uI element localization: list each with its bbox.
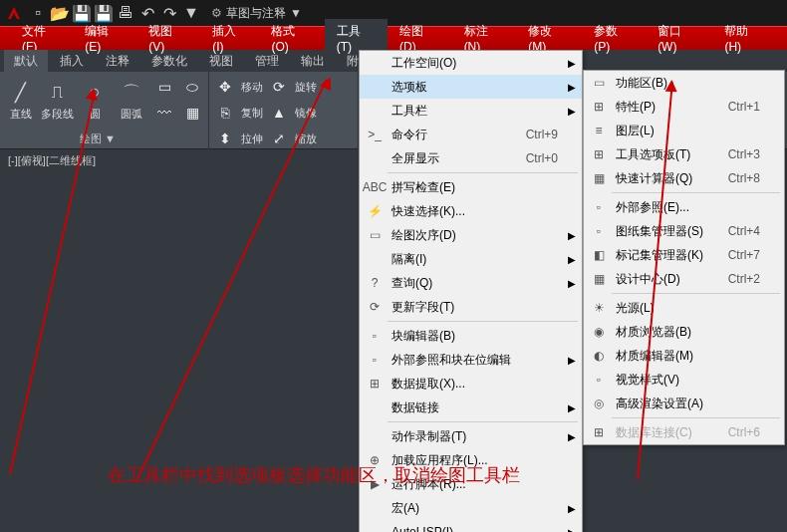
submenu-arrow-icon: ▶ bbox=[568, 106, 576, 117]
stretch-icon[interactable]: ⬍ bbox=[213, 127, 237, 150]
menu-item-shortcut: Ctrl+3 bbox=[728, 147, 760, 161]
menu-param[interactable]: 参数(P) bbox=[582, 19, 646, 58]
rect-icon[interactable]: ▭ bbox=[152, 75, 176, 99]
menu-item[interactable]: 隔离(I)▶ bbox=[360, 247, 582, 271]
menu-item[interactable]: ?查询(Q)▶ bbox=[360, 271, 582, 295]
menu-item-icon bbox=[364, 498, 386, 518]
menu-item-label: 设计中心(D) bbox=[616, 271, 708, 288]
menu-item-shortcut: Ctrl+2 bbox=[728, 272, 760, 286]
menu-item-icon: ⊞ bbox=[364, 374, 386, 394]
menu-item-icon bbox=[364, 398, 386, 417]
tab-output[interactable]: 输出 bbox=[291, 50, 335, 73]
menu-item-icon: ▭ bbox=[364, 225, 386, 245]
copy-icon[interactable]: ⎘ bbox=[213, 101, 237, 125]
line-icon: ╱ bbox=[15, 79, 26, 107]
menu-item-label: 材质浏览器(B) bbox=[616, 324, 760, 341]
menu-item[interactable]: 选项板▶ bbox=[360, 75, 582, 99]
menu-item[interactable]: ▫外部参照(E)... bbox=[584, 195, 784, 219]
submenu-arrow-icon: ▶ bbox=[568, 82, 576, 93]
menu-separator bbox=[388, 172, 578, 173]
menu-item[interactable]: ▦快速计算器(Q)Ctrl+8 bbox=[584, 166, 784, 190]
menu-item[interactable]: >_命令行Ctrl+9 bbox=[360, 123, 582, 146]
menu-item-shortcut: Ctrl+9 bbox=[526, 128, 558, 141]
tools-menu: 工作空间(O)▶选项板▶工具栏▶>_命令行Ctrl+9全屏显示Ctrl+0ABC… bbox=[359, 50, 583, 532]
menu-window[interactable]: 窗口(W) bbox=[646, 19, 712, 58]
menu-item-label: AutoLISP(I) bbox=[392, 525, 558, 532]
menu-item[interactable]: 工具栏▶ bbox=[360, 99, 582, 123]
menu-item-label: 快速选择(K)... bbox=[392, 203, 558, 220]
menu-item[interactable]: ⊞工具选项板(T)Ctrl+3 bbox=[584, 142, 784, 166]
scale-icon[interactable]: ⤢ bbox=[267, 127, 291, 150]
menu-item[interactable]: 全屏显示Ctrl+0 bbox=[360, 146, 582, 170]
hatch-icon[interactable]: ▦ bbox=[180, 101, 204, 125]
menu-separator bbox=[612, 293, 780, 294]
menu-item[interactable]: ▭功能区(B) bbox=[584, 71, 784, 95]
menu-item[interactable]: ⚡快速选择(K)... bbox=[360, 199, 582, 223]
move-icon[interactable]: ✥ bbox=[213, 75, 237, 99]
menu-separator bbox=[388, 321, 578, 322]
menu-item-label: 更新字段(T) bbox=[392, 299, 558, 316]
menu-help[interactable]: 帮助(H) bbox=[712, 19, 777, 58]
chevron-down-icon: ▼ bbox=[290, 6, 302, 20]
tab-view[interactable]: 视图 bbox=[199, 50, 243, 73]
menu-item[interactable]: ▫图纸集管理器(S)Ctrl+4 bbox=[584, 219, 784, 243]
menu-item-icon: ABC bbox=[364, 177, 386, 197]
mirror-icon[interactable]: ▲ bbox=[267, 101, 291, 125]
annotation-arrowhead bbox=[86, 87, 100, 101]
polyline-button[interactable]: ⎍多段线 bbox=[41, 74, 74, 126]
ellipse-icon[interactable]: ⬭ bbox=[180, 75, 204, 99]
menu-item-icon: ▫ bbox=[588, 197, 610, 217]
palettes-submenu: ▭功能区(B)⊞特性(P)Ctrl+1≡图层(L)⊞工具选项板(T)Ctrl+3… bbox=[583, 70, 785, 445]
menu-item[interactable]: ☀光源(L) bbox=[584, 296, 784, 320]
tab-parametric[interactable]: 参数化 bbox=[141, 50, 197, 73]
line-button[interactable]: ╱直线 bbox=[4, 74, 37, 126]
menu-item-icon: ▦ bbox=[588, 269, 610, 289]
menu-item[interactable]: ⊞特性(P)Ctrl+1 bbox=[584, 95, 784, 119]
menu-item[interactable]: ABC拼写检查(E) bbox=[360, 175, 582, 199]
menu-item-label: 隔离(I) bbox=[392, 251, 558, 268]
rotate-icon[interactable]: ⟳ bbox=[267, 75, 291, 99]
menu-item[interactable]: ◎高级渲染设置(A) bbox=[584, 392, 784, 415]
menu-item-icon: ⊞ bbox=[588, 97, 610, 117]
menu-item[interactable]: ▫外部参照和块在位编辑▶ bbox=[360, 348, 582, 372]
menu-item-label: 工具栏 bbox=[392, 103, 558, 120]
tab-manage[interactable]: 管理 bbox=[245, 50, 289, 73]
menu-item-label: 高级渲染设置(A) bbox=[616, 396, 760, 412]
menu-item-icon: ⊞ bbox=[588, 422, 610, 442]
menu-item[interactable]: 动作录制器(T)▶ bbox=[360, 424, 582, 448]
tab-default[interactable]: 默认 bbox=[4, 50, 48, 73]
menu-separator bbox=[612, 192, 780, 193]
tab-insert[interactable]: 插入 bbox=[50, 50, 94, 73]
menu-item[interactable]: ◐材质编辑器(M) bbox=[584, 344, 784, 368]
menu-item-icon: ▭ bbox=[588, 73, 610, 93]
menu-item: ⊞数据库连接(C)Ctrl+6 bbox=[584, 420, 784, 444]
menu-item[interactable]: 宏(A)▶ bbox=[360, 496, 582, 520]
menu-item[interactable]: ⊞数据提取(X)... bbox=[360, 372, 582, 396]
submenu-arrow-icon: ▶ bbox=[568, 58, 576, 69]
menu-item-label: 命令行 bbox=[392, 127, 506, 143]
spline-icon[interactable]: 〰 bbox=[152, 101, 176, 125]
menu-item[interactable]: ▫视觉样式(V) bbox=[584, 368, 784, 392]
menu-item[interactable]: 工作空间(O)▶ bbox=[360, 51, 582, 75]
menu-item[interactable]: ⟳更新字段(T) bbox=[360, 295, 582, 319]
arc-icon: ⌒ bbox=[123, 79, 140, 107]
menu-item-label: 块编辑器(B) bbox=[392, 328, 558, 345]
menu-item-label: 选项板 bbox=[392, 79, 558, 96]
menu-item[interactable]: ≡图层(L) bbox=[584, 119, 784, 142]
menu-item-icon: ▫ bbox=[588, 370, 610, 390]
menu-item-shortcut: Ctrl+0 bbox=[526, 151, 558, 165]
menu-item-icon: ▫ bbox=[364, 326, 386, 346]
menu-item-icon: ▦ bbox=[588, 168, 610, 188]
menu-item[interactable]: AutoLISP(I)▶ bbox=[360, 520, 582, 532]
arc-button[interactable]: ⌒圆弧 bbox=[116, 74, 148, 126]
menu-item-shortcut: Ctrl+1 bbox=[728, 100, 760, 114]
menu-item-icon bbox=[364, 426, 386, 446]
tab-annotate[interactable]: 注释 bbox=[96, 50, 139, 73]
menu-item-label: 全屏显示 bbox=[392, 150, 506, 167]
menu-item[interactable]: ◧标记集管理器(K)Ctrl+7 bbox=[584, 243, 784, 267]
menu-item[interactable]: ◉材质浏览器(B) bbox=[584, 320, 784, 344]
menu-item[interactable]: ▭绘图次序(D)▶ bbox=[360, 223, 582, 247]
menu-item[interactable]: ▦设计中心(D)Ctrl+2 bbox=[584, 267, 784, 291]
menu-item[interactable]: ▫块编辑器(B) bbox=[360, 324, 582, 348]
menu-item[interactable]: 数据链接▶ bbox=[360, 396, 582, 419]
